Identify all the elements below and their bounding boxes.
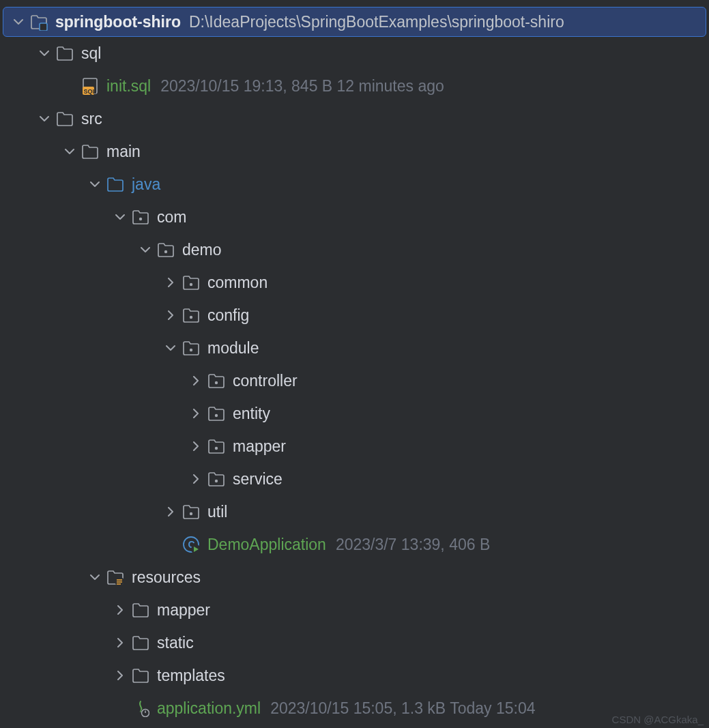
tree-row[interactable]: com bbox=[0, 201, 709, 233]
tree-node-label: resources bbox=[132, 568, 201, 587]
tree-row[interactable]: controller bbox=[0, 364, 709, 397]
chevron-right-icon[interactable] bbox=[189, 374, 203, 388]
tree-row[interactable]: config bbox=[0, 299, 709, 332]
tree-row[interactable]: util bbox=[0, 495, 709, 528]
chevron-right-icon[interactable] bbox=[113, 636, 127, 650]
tree-node-label: static bbox=[157, 634, 194, 652]
chevron-right-icon[interactable] bbox=[164, 276, 177, 289]
folder-icon bbox=[131, 633, 150, 652]
chevron-down-icon[interactable] bbox=[113, 210, 127, 224]
tree-row[interactable]: application.yml2023/10/15 15:05, 1.3 kB … bbox=[0, 692, 709, 725]
package-icon bbox=[182, 502, 201, 521]
runnable-class-icon bbox=[182, 535, 201, 554]
chevron-right-icon[interactable] bbox=[113, 603, 127, 617]
chevron-right-icon[interactable] bbox=[164, 308, 177, 322]
tree-node-label: demo bbox=[182, 241, 222, 259]
folder-icon bbox=[55, 44, 74, 63]
project-tree[interactable]: springboot-shiroD:\IdeaProjects\SpringBo… bbox=[0, 0, 709, 725]
tree-node-label: controller bbox=[233, 372, 298, 390]
tree-node-label: springboot-shiro bbox=[55, 13, 181, 31]
tree-row[interactable]: demo bbox=[0, 233, 709, 266]
tree-row[interactable]: resources bbox=[0, 561, 709, 594]
tree-row[interactable]: service bbox=[0, 463, 709, 495]
module-folder-icon bbox=[29, 12, 48, 31]
tree-row[interactable]: src bbox=[0, 102, 709, 135]
tree-node-path: D:\IdeaProjects\SpringBootExamples\sprin… bbox=[189, 13, 564, 31]
tree-node-label: application.yml bbox=[157, 699, 261, 718]
tree-row[interactable]: init.sql2023/10/15 19:13, 845 B 12 minut… bbox=[0, 70, 709, 102]
folder-icon bbox=[81, 142, 100, 161]
chevron-down-icon[interactable] bbox=[12, 15, 25, 29]
watermark: CSDN @ACGkaka_ bbox=[612, 714, 704, 725]
folder-icon bbox=[131, 600, 150, 620]
tree-row[interactable]: module bbox=[0, 332, 709, 364]
package-icon bbox=[182, 273, 201, 292]
package-icon bbox=[131, 207, 150, 227]
package-icon bbox=[207, 437, 226, 456]
package-icon bbox=[207, 404, 226, 423]
chevron-right-icon[interactable] bbox=[189, 439, 203, 453]
tree-node-label: templates bbox=[157, 667, 225, 685]
tree-node-meta: 2023/10/15 15:05, 1.3 kB Today 15:04 bbox=[270, 699, 535, 718]
tree-node-label: com bbox=[157, 208, 186, 227]
chevron-right-icon[interactable] bbox=[189, 407, 203, 420]
package-icon bbox=[207, 371, 226, 390]
chevron-down-icon[interactable] bbox=[139, 243, 152, 257]
chevron-down-icon[interactable] bbox=[63, 145, 76, 158]
chevron-down-icon[interactable] bbox=[38, 112, 51, 126]
tree-node-label: init.sql bbox=[106, 77, 151, 96]
chevron-down-icon[interactable] bbox=[88, 177, 102, 191]
tree-row[interactable]: DemoApplication2023/3/7 13:39, 406 B bbox=[0, 528, 709, 561]
tree-node-label: config bbox=[207, 306, 249, 325]
yaml-file-icon bbox=[131, 699, 150, 718]
tree-node-label: service bbox=[233, 470, 283, 489]
tree-row[interactable]: main bbox=[0, 135, 709, 168]
tree-row[interactable]: java bbox=[0, 168, 709, 201]
chevron-down-icon[interactable] bbox=[88, 570, 102, 584]
sql-file-icon bbox=[81, 76, 100, 96]
package-icon bbox=[207, 469, 226, 489]
tree-node-label: common bbox=[207, 274, 267, 292]
tree-row[interactable]: common bbox=[0, 266, 709, 299]
package-icon bbox=[182, 306, 201, 325]
tree-node-label: util bbox=[207, 503, 227, 521]
tree-node-label: mapper bbox=[233, 437, 286, 456]
tree-node-meta: 2023/10/15 19:13, 845 B 12 minutes ago bbox=[160, 77, 444, 96]
tree-node-label: DemoApplication bbox=[207, 536, 326, 554]
tree-row[interactable]: mapper bbox=[0, 594, 709, 626]
package-icon bbox=[156, 240, 175, 259]
tree-row[interactable]: mapper bbox=[0, 430, 709, 463]
tree-node-label: main bbox=[106, 143, 141, 161]
chevron-down-icon[interactable] bbox=[164, 341, 177, 355]
tree-node-label: java bbox=[132, 175, 160, 194]
folder-icon bbox=[55, 109, 74, 128]
tree-row[interactable]: entity bbox=[0, 397, 709, 430]
source-folder-icon bbox=[106, 175, 125, 194]
tree-node-label: sql bbox=[81, 44, 101, 63]
resources-folder-icon bbox=[106, 568, 125, 587]
tree-row[interactable]: springboot-shiroD:\IdeaProjects\SpringBo… bbox=[3, 7, 706, 37]
tree-row[interactable]: sql bbox=[0, 37, 709, 70]
chevron-down-icon[interactable] bbox=[38, 46, 51, 60]
tree-node-label: entity bbox=[233, 405, 270, 423]
chevron-right-icon[interactable] bbox=[164, 505, 177, 519]
chevron-right-icon[interactable] bbox=[189, 472, 203, 486]
tree-node-label: mapper bbox=[157, 601, 210, 620]
tree-row[interactable]: templates bbox=[0, 659, 709, 692]
tree-node-label: module bbox=[207, 339, 259, 358]
tree-row[interactable]: static bbox=[0, 626, 709, 659]
folder-icon bbox=[131, 666, 150, 685]
package-icon bbox=[182, 338, 201, 358]
tree-node-label: src bbox=[81, 110, 102, 128]
chevron-right-icon[interactable] bbox=[113, 669, 127, 682]
tree-node-meta: 2023/3/7 13:39, 406 B bbox=[336, 536, 490, 554]
